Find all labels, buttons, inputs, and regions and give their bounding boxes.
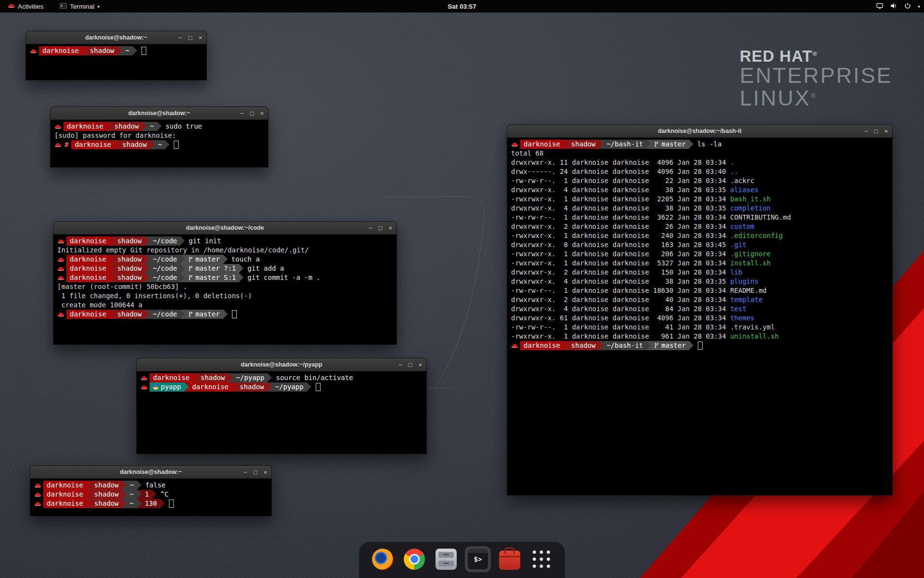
maximize-button[interactable]: □ bbox=[379, 225, 383, 231]
dock-item-toolbox[interactable] bbox=[497, 546, 523, 572]
close-button[interactable]: × bbox=[884, 128, 888, 134]
terminal-line: drwxrwxr-x. 2 darknoise darknoise 150 Ja… bbox=[511, 268, 888, 277]
dock-item-files[interactable] bbox=[433, 546, 459, 572]
close-button[interactable]: × bbox=[260, 110, 264, 117]
file-name: CONTRIBUTING.md bbox=[730, 213, 791, 222]
window-title: darknoise@shadow:~ bbox=[85, 34, 147, 41]
file-name: completion bbox=[730, 204, 770, 213]
file-listing-columns: drwxrwxr-x. 2 darknoise darknoise 26 Jan… bbox=[511, 222, 730, 231]
terminal-content[interactable]: darknoiseshadow~ bbox=[26, 44, 206, 57]
top-bar: Activities Terminal ▾ Sat 03:57 ▾ bbox=[0, 0, 924, 13]
powerline-separator-icon bbox=[117, 46, 122, 55]
powerline-separator-icon bbox=[133, 46, 137, 55]
terminal-line: 1 file changed, 0 insertions(+), 0 delet… bbox=[57, 291, 393, 301]
titlebar[interactable]: darknoise@shadow:~ − □ × bbox=[51, 107, 268, 120]
chevron-down-icon[interactable]: ▾ bbox=[918, 4, 920, 9]
activities-button[interactable]: Activities bbox=[5, 0, 46, 13]
terminal-line: drwxrwxr-x. 11 darknoise darknoise 4096 … bbox=[511, 158, 888, 167]
powerline-separator-icon bbox=[268, 382, 272, 392]
minimize-button[interactable]: − bbox=[864, 128, 868, 134]
titlebar[interactable]: darknoise@shadow:~/pyapp − □ × bbox=[137, 358, 426, 371]
powerline-separator-icon bbox=[239, 273, 244, 282]
powerline-separator-icon bbox=[137, 490, 141, 499]
redhat-prompt-icon bbox=[141, 375, 148, 381]
terminal-content[interactable]: darknoiseshadow~falsedarknoiseshadow~1^C… bbox=[30, 479, 271, 510]
terminal-content[interactable]: darknoiseshadow~/codegit initInitialized… bbox=[53, 235, 397, 321]
titlebar[interactable]: darknoise@shadow:~/code − □ × bbox=[53, 222, 397, 235]
file-name: lib bbox=[730, 268, 742, 277]
volume-icon[interactable] bbox=[890, 2, 898, 11]
clock[interactable]: Sat 03:57 bbox=[448, 3, 476, 10]
terminal-line: drwxrwxr-x. 61 darknoise darknoise 4096 … bbox=[511, 314, 888, 323]
root-prompt-mark: # bbox=[64, 140, 68, 149]
terminal-line: drwxrwxr-x. 4 darknoise darknoise 38 Jan… bbox=[511, 185, 888, 195]
prompt-segment-user: darknoise bbox=[43, 499, 87, 508]
output-text: create mode 100644 a bbox=[57, 301, 142, 310]
app-menu-terminal[interactable]: Terminal ▾ bbox=[57, 0, 103, 13]
close-button[interactable]: × bbox=[198, 35, 202, 41]
terminal-content[interactable]: darknoiseshadow~/bash-itmasterls -latota… bbox=[507, 138, 892, 352]
close-button[interactable]: × bbox=[263, 469, 267, 475]
chevron-down-icon: ▾ bbox=[97, 4, 100, 9]
powerline-separator-icon bbox=[122, 499, 126, 508]
titlebar[interactable]: darknoise@shadow:~/bash-it − □ × bbox=[507, 125, 892, 138]
terminal-line: darknoiseshadow~/codemaster ?:1git add a bbox=[57, 264, 393, 273]
dock-item-chrome[interactable] bbox=[401, 546, 427, 572]
powerline-separator-icon bbox=[145, 236, 149, 246]
close-button[interactable]: × bbox=[388, 225, 392, 231]
prompt-segment-host: shadow bbox=[91, 481, 122, 490]
brand-line-2: ENTERPRISE bbox=[740, 65, 893, 87]
minimize-button[interactable]: − bbox=[398, 362, 402, 368]
maximize-button[interactable]: □ bbox=[254, 469, 257, 475]
powerline-separator-icon bbox=[180, 236, 185, 246]
titlebar[interactable]: darknoise@shadow:~ − □ × bbox=[26, 31, 206, 44]
terminal-line: darknoiseshadow~/pyappsource bin/activat… bbox=[141, 373, 423, 382]
dock-item-app-grid[interactable] bbox=[528, 546, 554, 572]
terminal-line: darknoiseshadow~/bash-itmaster bbox=[511, 341, 888, 350]
minimize-button[interactable]: − bbox=[240, 110, 244, 117]
redhat-prompt-icon bbox=[141, 384, 148, 390]
powerline-separator-icon bbox=[145, 264, 149, 273]
maximize-button[interactable]: □ bbox=[250, 110, 254, 117]
power-icon[interactable] bbox=[904, 2, 911, 11]
minimize-button[interactable]: − bbox=[244, 469, 247, 475]
terminal-content[interactable]: darknoiseshadow~/pyappsource bin/activat… bbox=[137, 371, 426, 394]
prompt-segment-host: shadow bbox=[111, 122, 142, 131]
maximize-button[interactable]: □ bbox=[189, 35, 192, 41]
window-title: darknoise@shadow:~ bbox=[128, 110, 190, 117]
firefox-icon bbox=[372, 549, 393, 570]
titlebar[interactable]: darknoise@shadow:~ − □ × bbox=[30, 466, 271, 479]
minimize-button[interactable]: − bbox=[369, 225, 372, 231]
maximize-button[interactable]: □ bbox=[874, 128, 878, 134]
prompt-segment-git: master S:1 bbox=[185, 273, 239, 282]
terminal-window-home-1: darknoise@shadow:~ − □ × darknoiseshadow… bbox=[26, 31, 207, 80]
desktop: { "user": "darknoise", "host": "shadow",… bbox=[0, 0, 924, 578]
prompt-segment-user: darknoise bbox=[66, 264, 110, 273]
display-icon[interactable] bbox=[876, 2, 884, 11]
prompt-segment-user: darknoise bbox=[43, 490, 87, 499]
maximize-button[interactable]: □ bbox=[409, 362, 412, 368]
prompt-segment-user: darknoise bbox=[66, 310, 110, 319]
powerline-separator-icon bbox=[564, 140, 568, 149]
window-title: darknoise@shadow:~/bash-it bbox=[658, 128, 742, 134]
terminal-line: -rwxrwxr-x. 1 darknoise darknoise 961 Ja… bbox=[511, 332, 888, 341]
close-button[interactable]: × bbox=[418, 362, 422, 368]
minimize-button[interactable]: − bbox=[179, 35, 182, 41]
chrome-icon bbox=[404, 549, 425, 570]
terminal-line: drwxrwxr-x. 2 darknoise darknoise 26 Jan… bbox=[511, 222, 888, 231]
terminal-line: darknoiseshadow~130 bbox=[34, 499, 268, 508]
prompt-segment-git: master ?:1 bbox=[185, 264, 239, 273]
dock-item-firefox[interactable] bbox=[370, 546, 396, 572]
prompt-segment-path: ~ bbox=[126, 490, 137, 499]
powerline-separator-icon bbox=[599, 341, 603, 350]
dock-item-terminal[interactable]: $> bbox=[465, 546, 491, 572]
powerline-separator-icon bbox=[145, 310, 149, 319]
powerline-separator-icon bbox=[122, 481, 126, 490]
terminal-content[interactable]: darknoiseshadow~sudo true[sudo] password… bbox=[51, 120, 268, 151]
prompt-segment-path: ~/code bbox=[149, 264, 180, 273]
terminal-line: -rw-rw-r--. 1 darknoise darknoise 41 Jan… bbox=[511, 323, 888, 332]
command-text: git init bbox=[189, 236, 221, 246]
powerline-separator-icon bbox=[646, 341, 651, 350]
app-grid-icon bbox=[531, 549, 552, 570]
terminal-line: darknoiseshadow~/codemaster S:1git commi… bbox=[57, 273, 393, 282]
